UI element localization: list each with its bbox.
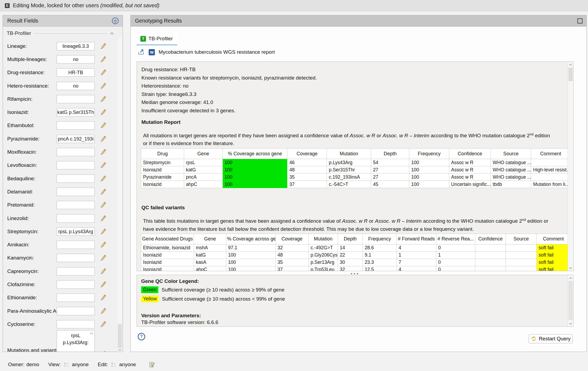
splitter-handle[interactable]: ●●● — [137, 272, 574, 275]
field-value-input[interactable] — [57, 280, 95, 289]
mutations-textarea[interactable]: rpsL p.Lys43Arg: — [57, 330, 95, 352]
field-value-input[interactable] — [57, 267, 95, 275]
table-cell: 97.1 — [226, 244, 275, 251]
edit-pencil-icon[interactable] — [100, 69, 107, 76]
scroll-down-icon[interactable] — [568, 265, 573, 271]
scroll-down-icon[interactable] — [118, 349, 122, 351]
table-cell: 100 — [409, 174, 449, 181]
field-value-input[interactable] — [57, 82, 95, 90]
table-cell — [475, 266, 506, 271]
field-value-input[interactable] — [57, 121, 95, 130]
field-value-input[interactable] — [57, 148, 95, 156]
edit-pencil-icon[interactable] — [100, 82, 107, 89]
edit-pencil-icon[interactable] — [100, 43, 107, 50]
field-value-input[interactable] — [57, 95, 95, 103]
scrollbar-thumb[interactable] — [118, 324, 122, 348]
field-label: Levofloxacin: — [7, 162, 37, 168]
edit-pencil-icon[interactable] — [100, 56, 107, 63]
table-cell: 27 — [371, 166, 409, 174]
table-cell: p.Ser13Arg — [309, 259, 338, 266]
table-cell: WHO catalogue ... — [491, 174, 531, 181]
field-value-input[interactable] — [57, 188, 95, 196]
field-value-input[interactable] — [57, 174, 95, 183]
field-value-input[interactable] — [57, 55, 95, 63]
edit-pencil-icon[interactable] — [100, 268, 107, 275]
table-cell: 100 — [409, 159, 449, 166]
edit-pencil-icon[interactable] — [100, 241, 107, 248]
edit-pencil-icon[interactable] — [100, 201, 107, 208]
field-value-input[interactable] — [57, 135, 95, 143]
report-scrollbar[interactable] — [568, 62, 573, 271]
field-label: Para-Aminosalicylic Acid: — [7, 308, 64, 314]
table-cell: soft fail — [537, 259, 570, 266]
edit-pencil-icon[interactable] — [100, 215, 107, 222]
legend-scrollbar[interactable] — [568, 275, 573, 326]
field-value-input[interactable] — [57, 69, 95, 77]
field-value-input[interactable] — [57, 227, 95, 236]
field-value-input[interactable] — [57, 307, 95, 315]
edit-label: Edit: — [98, 362, 108, 368]
scrollbar-thumb[interactable] — [568, 68, 573, 81]
field-value-input[interactable] — [57, 254, 95, 262]
word-document-icon[interactable]: W — [149, 49, 155, 55]
result-field-row: Delamanid: — [3, 185, 118, 198]
field-value-input[interactable] — [57, 201, 95, 209]
field-value-input[interactable] — [57, 42, 95, 50]
scroll-up-icon[interactable] — [90, 332, 93, 334]
edit-pencil-icon[interactable] — [100, 228, 107, 235]
table-cell: 37 — [275, 266, 308, 271]
help-icon[interactable]: ? — [138, 333, 145, 340]
column-header: Coverage — [275, 234, 308, 244]
legend-swatch: Green — [141, 286, 158, 293]
left-panel-scrollbar[interactable] — [118, 37, 122, 352]
table-cell: 37 — [287, 181, 327, 188]
scroll-up-icon[interactable] — [568, 62, 573, 67]
field-value-input[interactable] — [57, 161, 95, 170]
edit-pencil-icon[interactable] — [100, 281, 107, 288]
edit-pencil-icon[interactable] — [100, 149, 107, 156]
tab-tb-profiler[interactable]: T TB-Profiler — [137, 33, 178, 44]
field-value-input[interactable] — [57, 320, 95, 328]
field-value-input[interactable] — [57, 294, 95, 302]
owner-label: Owner: — [8, 362, 24, 368]
genotyping-results-body: T TB-Profiler W Mycobacterium tuberculos… — [131, 27, 586, 352]
table-cell: 100 — [222, 159, 287, 166]
edit-pencil-icon[interactable] — [100, 109, 107, 116]
scrollbar-thumb[interactable] — [568, 281, 573, 320]
column-header: Comment — [537, 234, 570, 244]
edit-pencil-icon[interactable] — [100, 122, 107, 129]
result-field-row: Capreomycin: — [3, 265, 118, 278]
table-row: IsoniazidkatG10048p.Gly206Cys229.111soft… — [141, 251, 570, 259]
table-row: StreptomycinrpsL10046p.Lys43Arg54100Asso… — [141, 159, 570, 166]
collapse-all-icon[interactable] — [112, 17, 119, 24]
group-collapse-chevron-icon[interactable] — [110, 32, 114, 35]
edit-pencil-icon[interactable] — [100, 175, 107, 182]
table-cell: 100 — [409, 166, 449, 174]
edit-pencil-icon[interactable] — [100, 135, 107, 142]
scroll-up-icon[interactable] — [568, 275, 573, 280]
table-cell — [506, 244, 536, 251]
edit-pencil-icon[interactable] — [100, 321, 107, 328]
edit-pencil-icon[interactable] — [100, 254, 107, 261]
restart-query-label: Restart Query — [539, 336, 571, 342]
table-cell: 35 — [287, 174, 327, 181]
tb-profiler-group: TB-Profiler — [7, 30, 114, 36]
edit-pencil-icon[interactable] — [100, 96, 107, 103]
scroll-down-icon[interactable] — [568, 321, 573, 326]
edit-pencil-icon[interactable] — [100, 188, 107, 195]
maximize-icon[interactable] — [577, 18, 583, 24]
edit-pencil-icon[interactable] — [100, 308, 107, 315]
field-value-input[interactable] — [57, 241, 95, 249]
table-cell: 100 — [226, 266, 275, 271]
result-field-row: Pretomanid: — [3, 199, 118, 212]
edit-permissions-icon[interactable] — [149, 361, 155, 368]
field-value-input[interactable] — [57, 214, 95, 222]
edit-pencil-icon[interactable] — [100, 351, 107, 352]
edit-pencil-icon[interactable] — [100, 162, 107, 169]
field-value-input[interactable] — [57, 108, 95, 117]
export-report-icon[interactable] — [138, 49, 145, 56]
report-viewport: Drug resistance: HR-TBKnown resistance v… — [137, 62, 574, 271]
editing-mode-text: Editing Mode, locked for other users (mo… — [13, 2, 159, 9]
edit-pencil-icon[interactable] — [100, 294, 107, 301]
restart-query-button[interactable]: Restart Query — [529, 334, 573, 343]
